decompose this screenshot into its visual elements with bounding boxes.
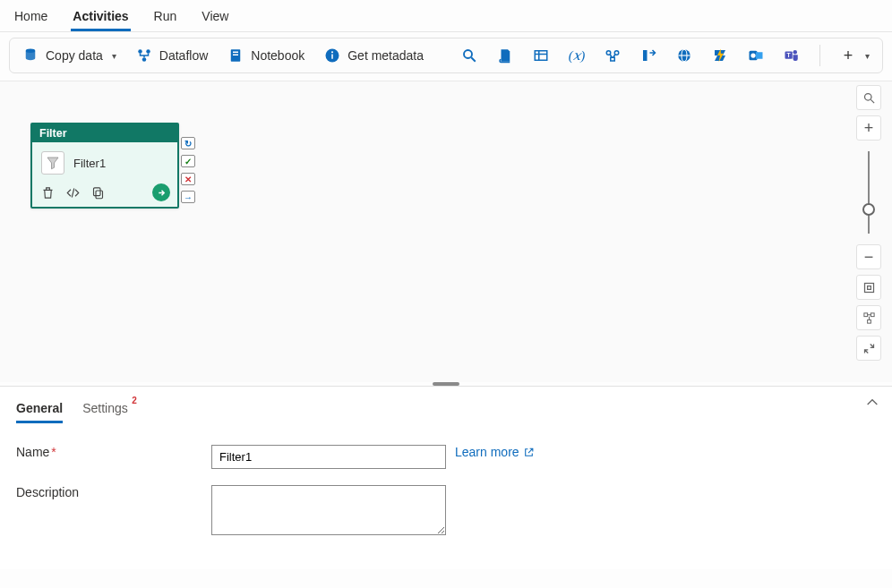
svg-rect-35 — [871, 312, 874, 316]
svg-line-11 — [471, 57, 476, 62]
pipeline-icon — [605, 47, 621, 64]
dataflow-button[interactable]: Dataflow — [133, 44, 211, 67]
tab-home[interactable]: Home — [13, 5, 49, 31]
collapse-panel-button[interactable] — [865, 396, 879, 413]
svg-line-31 — [871, 99, 874, 103]
info-icon — [324, 47, 340, 64]
svg-rect-33 — [867, 285, 871, 289]
svg-rect-34 — [863, 312, 867, 316]
svg-rect-6 — [233, 55, 238, 56]
dataflow-label: Dataflow — [159, 48, 208, 63]
svg-point-27 — [793, 50, 798, 55]
zoom-slider-handle[interactable] — [862, 203, 875, 216]
outlook-icon — [748, 47, 764, 64]
azure-func-button[interactable] — [708, 44, 732, 67]
tab-settings[interactable]: Settings 2 — [82, 397, 128, 423]
activity-name-label: Filter1 — [73, 157, 106, 170]
zoom-in-button[interactable]: + — [856, 115, 881, 141]
external-link-icon — [523, 447, 535, 458]
delete-icon[interactable] — [39, 184, 56, 200]
plus-icon: + — [840, 47, 856, 64]
svg-point-3 — [142, 57, 147, 62]
fit-to-screen-button[interactable] — [856, 275, 881, 300]
svg-point-2 — [146, 49, 150, 54]
port-skip[interactable]: ↻ — [181, 137, 195, 149]
port-failure[interactable]: ✕ — [181, 173, 195, 185]
toolbar-separator — [819, 45, 820, 66]
description-input[interactable] — [211, 485, 446, 535]
lookup-button[interactable] — [458, 44, 481, 67]
pipeline-button[interactable] — [601, 44, 624, 67]
tab-activities[interactable]: Activities — [71, 5, 130, 31]
variable-icon: (𝑥) — [569, 47, 585, 64]
zoom-panel: + − — [856, 85, 881, 361]
search-icon — [461, 47, 477, 64]
dataflow-icon — [136, 47, 152, 64]
property-tabs: General Settings 2 — [16, 387, 876, 423]
svg-point-24 — [750, 53, 755, 57]
svg-point-30 — [864, 93, 871, 100]
port-success[interactable]: ✓ — [181, 155, 195, 167]
properties-panel: General Settings 2 Name* Learn more Desc… — [0, 386, 892, 569]
copy-data-label: Copy data — [46, 48, 103, 63]
run-icon[interactable] — [152, 183, 170, 201]
zoom-out-button[interactable]: − — [856, 244, 881, 269]
svg-rect-36 — [867, 320, 871, 323]
fullscreen-button[interactable] — [856, 336, 881, 361]
svg-rect-23 — [756, 52, 763, 59]
svg-point-9 — [331, 51, 333, 53]
filter-activity[interactable]: Filter Filter1 ↻ ✓ ✕ → — [30, 123, 179, 209]
script-button[interactable] — [493, 44, 517, 67]
lightning-icon — [712, 47, 728, 64]
copy-icon[interactable] — [90, 184, 106, 200]
activity-ports: ↻ ✓ ✕ → — [181, 137, 195, 203]
svg-rect-18 — [643, 50, 648, 61]
pipeline-canvas[interactable]: Filter Filter1 ↻ ✓ ✕ → — [0, 81, 892, 382]
description-label: Description — [16, 485, 211, 499]
svg-rect-28 — [96, 191, 103, 199]
teams-button[interactable]: T — [780, 44, 803, 67]
tab-run[interactable]: Run — [152, 5, 179, 31]
port-completion[interactable]: → — [181, 191, 195, 203]
database-icon — [22, 47, 39, 64]
activity-type-label: Filter — [32, 124, 177, 142]
svg-point-1 — [138, 49, 142, 54]
svg-rect-32 — [864, 283, 873, 292]
variable-button[interactable]: (𝑥) — [565, 44, 588, 67]
table-icon — [533, 47, 549, 64]
outlook-button[interactable] — [744, 44, 768, 67]
copy-data-button[interactable]: Copy data ▾ — [19, 44, 120, 67]
teams-icon: T — [784, 47, 800, 64]
settings-badge: 2 — [132, 396, 137, 405]
notebook-label: Notebook — [251, 48, 304, 63]
tab-view[interactable]: View — [200, 5, 230, 31]
svg-rect-29 — [93, 187, 100, 195]
code-icon[interactable] — [64, 184, 81, 200]
svg-rect-12 — [535, 51, 547, 61]
tab-general[interactable]: General — [16, 397, 63, 423]
svg-point-10 — [464, 50, 472, 58]
notebook-button[interactable]: Notebook — [224, 44, 308, 67]
svg-rect-17 — [611, 57, 615, 61]
main-menu-tabs: Home Activities Run View — [0, 0, 892, 32]
get-metadata-button[interactable]: Get metadata — [321, 44, 427, 67]
tab-settings-label: Settings — [82, 401, 128, 415]
stored-proc-button[interactable] — [529, 44, 553, 67]
filter-icon — [41, 151, 64, 175]
name-label: Name* — [16, 445, 211, 459]
svg-rect-5 — [233, 52, 238, 54]
auto-align-button[interactable] — [856, 305, 881, 330]
zoom-slider-track[interactable] — [868, 151, 870, 234]
delete-activity-button[interactable] — [637, 44, 660, 67]
add-activity-button[interactable]: + ▾ — [836, 44, 873, 67]
canvas-search-button[interactable] — [856, 85, 881, 110]
learn-more-link[interactable]: Learn more — [455, 445, 535, 459]
script-icon — [497, 47, 513, 64]
svg-rect-8 — [331, 55, 333, 59]
delete-column-icon — [640, 47, 656, 64]
chevron-down-icon: ▾ — [865, 51, 870, 61]
name-input[interactable] — [211, 445, 446, 469]
chevron-down-icon: ▾ — [112, 51, 116, 61]
web-button[interactable] — [673, 44, 696, 67]
globe-icon — [676, 47, 692, 64]
